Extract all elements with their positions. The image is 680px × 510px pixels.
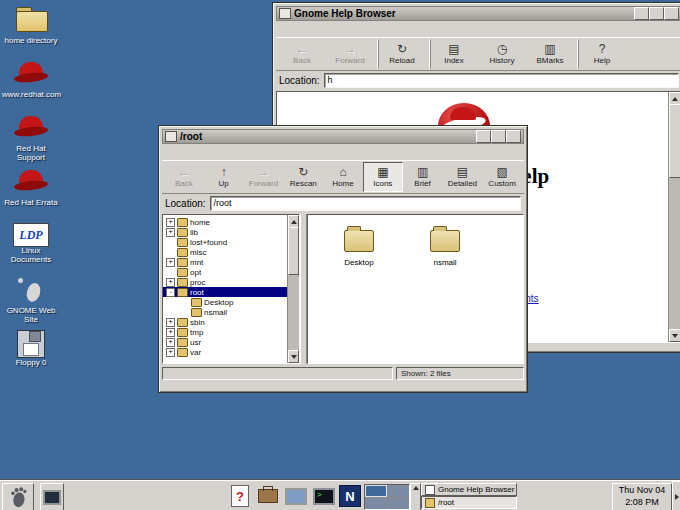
- menu-item-commands[interactable]: [218, 151, 232, 154]
- tree-row-mnt[interactable]: + mnt: [163, 257, 299, 267]
- expand-toggle[interactable]: +: [166, 258, 175, 267]
- task-button-root-folder[interactable]: /root: [421, 496, 517, 509]
- tree-row-desktop[interactable]: Desktop: [163, 297, 299, 307]
- toolbar-button-brief[interactable]: ▥ Brief: [403, 162, 443, 192]
- toolbar-button-icons[interactable]: ▦ Icons: [363, 162, 403, 192]
- expand-toggle[interactable]: +: [166, 348, 175, 357]
- main-menu-button[interactable]: [2, 483, 34, 510]
- tree-row-tmp[interactable]: + tmp: [163, 327, 299, 337]
- tree-row-opt[interactable]: opt: [163, 267, 299, 277]
- launcher-toolbox[interactable]: [256, 483, 280, 509]
- menu-item-help[interactable]: [232, 151, 246, 154]
- file-item-desktop[interactable]: Desktop: [330, 225, 388, 267]
- location-input[interactable]: /root: [210, 196, 521, 211]
- expand-toggle[interactable]: +: [166, 218, 175, 227]
- menu-item-edit[interactable]: [176, 151, 190, 154]
- menu-item-layout[interactable]: [204, 151, 218, 154]
- menu-item-settings[interactable]: [190, 151, 204, 154]
- toolbar-button-index[interactable]: ▤ Index: [430, 39, 478, 69]
- toolbar-button-help[interactable]: ? Help: [578, 39, 626, 69]
- menu-item-file[interactable]: [162, 151, 176, 154]
- expand-toggle[interactable]: +: [166, 278, 175, 287]
- folder-icon: [344, 230, 374, 252]
- desktop-icon-www-redhat-com[interactable]: www.redhat.com: [2, 58, 60, 112]
- toolbar-button-forward[interactable]: → Forward: [326, 39, 374, 69]
- desktop-icon-red-hat-errata[interactable]: Red Hat Errata: [2, 166, 60, 220]
- desktop-icon-home-directory[interactable]: home directory: [2, 4, 60, 58]
- workspace-2[interactable]: [388, 485, 410, 497]
- tree-row-misc[interactable]: misc: [163, 247, 299, 257]
- toolbar-button-reload[interactable]: ↻ Reload: [378, 39, 426, 69]
- window-button-close[interactable]: [506, 130, 521, 143]
- tasklist-handle[interactable]: [410, 483, 421, 510]
- desktop-icon-label: home directory: [2, 36, 60, 45]
- toolbar-label: Detailed: [448, 179, 477, 188]
- expand-toggle[interactable]: -: [166, 288, 175, 297]
- tree-row-home[interactable]: + home: [163, 217, 299, 227]
- expand-toggle[interactable]: +: [166, 328, 175, 337]
- file-manager-titlebar[interactable]: /root: [162, 129, 524, 144]
- scrollbar-thumb[interactable]: [288, 227, 299, 275]
- folder-icon: [430, 230, 460, 252]
- toolbar-button-back[interactable]: ← Back: [164, 162, 204, 192]
- toolbar-button-detailed[interactable]: ▤ Detailed: [442, 162, 482, 192]
- tree-row-lib[interactable]: + lib: [163, 227, 299, 237]
- menu-item-file[interactable]: [276, 28, 290, 31]
- launcher-terminal[interactable]: >: [312, 483, 336, 509]
- tree-row-proc[interactable]: + proc: [163, 277, 299, 287]
- folder-icon: [177, 328, 188, 337]
- workspace-3[interactable]: [365, 498, 387, 510]
- workspace-4[interactable]: [388, 498, 410, 510]
- desktop-icon-red-hat-support[interactable]: Red Hat Support: [2, 112, 60, 166]
- toolbar-label: Index: [444, 56, 464, 65]
- tree-row-var[interactable]: + var: [163, 347, 299, 357]
- panel-splitter[interactable]: [300, 214, 307, 364]
- window-button-minimize[interactable]: [634, 7, 649, 20]
- expand-toggle[interactable]: +: [166, 318, 175, 327]
- desk-guide-pager[interactable]: [364, 484, 410, 510]
- toolbar-button-custom[interactable]: ▧ Custom: [482, 162, 522, 192]
- menu-item-window[interactable]: [290, 28, 304, 31]
- scrollbar-thumb[interactable]: [669, 104, 680, 178]
- toolbar-button-home[interactable]: ⌂ Home: [323, 162, 363, 192]
- tree-scrollbar[interactable]: [287, 215, 299, 363]
- toolbar-button-forward[interactable]: → Forward: [244, 162, 284, 192]
- task-button-gnome-help-browser[interactable]: Gnome Help Browser: [421, 483, 517, 496]
- desktop-icon-linux-documents[interactable]: LDP Linux Documents: [2, 220, 60, 274]
- toolbar-label: Back: [175, 179, 193, 188]
- window-button-minimize[interactable]: [476, 130, 491, 143]
- launcher-settings[interactable]: [284, 483, 308, 509]
- reload-icon: ↻: [397, 43, 407, 56]
- tree-row-nsmail[interactable]: nsmail: [163, 307, 299, 317]
- window-button-maximize[interactable]: [649, 7, 664, 20]
- toolbar-button-up[interactable]: ↑ Up: [204, 162, 244, 192]
- tree-row-usr[interactable]: + usr: [163, 337, 299, 347]
- desktop-icon-gnome-web-site[interactable]: GNOME Web Site: [2, 274, 60, 328]
- help-scrollbar[interactable]: [668, 92, 680, 342]
- scroll-down-button[interactable]: [669, 329, 680, 342]
- toolbar-button-bmarks[interactable]: ▥ BMarks: [526, 39, 574, 69]
- tree-row-root[interactable]: - root: [163, 287, 299, 297]
- tree-row-sbin[interactable]: + sbin: [163, 317, 299, 327]
- screen-applet[interactable]: [40, 483, 64, 510]
- window-button-maximize[interactable]: [491, 130, 506, 143]
- tree-row-lost-found[interactable]: lost+found: [163, 237, 299, 247]
- menu-item-settings[interactable]: [304, 28, 318, 31]
- launcher-netscape[interactable]: N: [338, 483, 362, 509]
- panel-hide-button[interactable]: [672, 481, 680, 510]
- workspace-1[interactable]: [365, 485, 387, 497]
- scroll-down-button[interactable]: [288, 350, 299, 363]
- toolbar-button-history[interactable]: ◷ History: [478, 39, 526, 69]
- file-name: Desktop: [330, 258, 388, 267]
- file-item-nsmail[interactable]: nsmail: [416, 225, 474, 267]
- expand-toggle[interactable]: +: [166, 228, 175, 237]
- toolbar-button-back[interactable]: ← Back: [278, 39, 326, 69]
- menu-item-help[interactable]: [318, 28, 332, 31]
- expand-toggle[interactable]: +: [166, 338, 175, 347]
- location-input[interactable]: h: [324, 73, 679, 88]
- window-button-close[interactable]: [664, 7, 679, 20]
- toolbar-button-rescan[interactable]: ↻ Rescan: [283, 162, 323, 192]
- launcher-help[interactable]: ?: [228, 483, 252, 509]
- desktop-icon-floppy-0[interactable]: Floppy 0: [2, 328, 60, 382]
- help-window-titlebar[interactable]: Gnome Help Browser: [276, 6, 680, 21]
